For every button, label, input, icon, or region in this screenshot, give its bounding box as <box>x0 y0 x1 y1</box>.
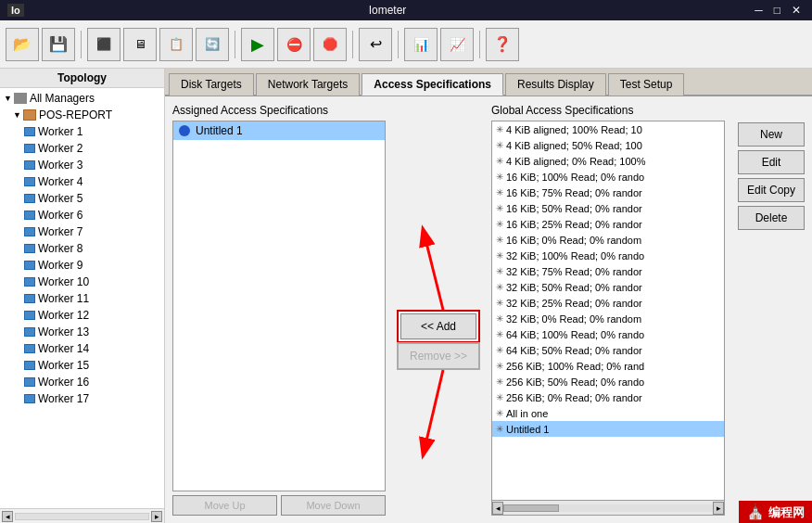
tab-results-display[interactable]: Results Display <box>505 73 606 96</box>
topology-header: Topology <box>0 69 164 88</box>
save-button[interactable]: 💾 <box>42 28 75 61</box>
display2-button[interactable]: 📈 <box>440 28 474 61</box>
global-scroll-right[interactable]: ▸ <box>713 502 724 515</box>
global-item-4[interactable]: ✳ 16 KiB; 75% Read; 0% randor <box>492 185 724 200</box>
global-item-icon: ✳ <box>496 408 503 418</box>
add-button[interactable]: << Add <box>400 313 476 339</box>
config1-button[interactable]: ⬛ <box>87 28 121 61</box>
worker-icon <box>24 277 35 287</box>
stop-all-button[interactable]: 🛑 <box>313 28 347 61</box>
worker17-label: Worker 17 <box>38 392 89 405</box>
global-item-2[interactable]: ✳ 4 KiB aligned; 0% Read; 100% <box>492 153 724 169</box>
sidebar-item-worker1[interactable]: Worker 1 <box>0 123 164 140</box>
move-up-button[interactable]: Move Up <box>172 495 277 516</box>
global-item-13[interactable]: ✳ 64 KiB; 100% Read; 0% rando <box>492 326 724 342</box>
global-item-14[interactable]: ✳ 64 KiB; 50% Read; 0% randor <box>492 342 724 358</box>
global-item-10[interactable]: ✳ 32 KiB; 50% Read; 0% randor <box>492 279 724 295</box>
scroll-right-btn[interactable]: ▸ <box>151 511 162 522</box>
sidebar-item-worker6[interactable]: Worker 6 <box>0 207 164 223</box>
worker-icon <box>24 160 35 170</box>
scroll-left-btn[interactable]: ◂ <box>2 511 13 522</box>
global-item-9[interactable]: ✳ 32 KiB; 75% Read; 0% randor <box>492 263 724 279</box>
sidebar-item-worker13[interactable]: Worker 13 <box>0 324 164 340</box>
expand-icon-pos: ▼ <box>13 110 21 120</box>
assigned-header: Assigned Access Specifications <box>172 104 386 117</box>
new-button[interactable]: New <box>738 122 805 147</box>
global-item-17[interactable]: ✳ 256 KiB; 0% Read; 0% randor <box>492 389 724 405</box>
sidebar-item-worker14[interactable]: Worker 14 <box>0 340 164 357</box>
config3-button[interactable]: 📋 <box>159 28 193 61</box>
tab-access-specs[interactable]: Access Specifications <box>362 73 503 96</box>
tab-network-targets[interactable]: Network Targets <box>256 73 360 96</box>
minimize-button[interactable]: ─ <box>751 4 767 17</box>
delete-button[interactable]: Delete <box>738 206 805 230</box>
sidebar-item-worker15[interactable]: Worker 15 <box>0 357 164 374</box>
worker-icon <box>24 294 35 303</box>
sidebar-item-worker7[interactable]: Worker 7 <box>0 223 164 240</box>
edit-copy-button[interactable]: Edit Copy <box>738 178 805 202</box>
sidebar-item-worker9[interactable]: Worker 9 <box>0 257 164 274</box>
global-item-7[interactable]: ✳ 16 KiB; 0% Read; 0% random <box>492 232 724 248</box>
stop-button[interactable]: ⛔ <box>277 28 311 61</box>
global-scroll-thumb[interactable] <box>503 504 559 512</box>
global-item-15[interactable]: ✳ 256 KiB; 100% Read; 0% rand <box>492 358 724 374</box>
sidebar-item-all-managers[interactable]: ▼ All Managers <box>0 90 164 107</box>
topology-tree[interactable]: ▼ All Managers ▼ POS-REPORT Worker 1 Wor… <box>0 88 164 508</box>
config4-button[interactable]: 🔄 <box>196 28 229 61</box>
tabs-bar: Disk Targets Network Targets Access Spec… <box>165 69 812 96</box>
tab-disk-targets[interactable]: Disk Targets <box>169 73 254 96</box>
config2-button[interactable]: 🖥 <box>123 28 157 61</box>
global-item-12[interactable]: ✳ 32 KiB; 0% Read; 0% random <box>492 311 724 326</box>
global-item-untitled1[interactable]: ✳ Untitled 1 <box>492 421 724 437</box>
global-item-icon: ✳ <box>496 203 503 213</box>
global-item-6[interactable]: ✳ 16 KiB; 25% Read; 0% randor <box>492 216 724 232</box>
open-button[interactable]: 📂 <box>6 28 39 61</box>
sidebar-item-worker4[interactable]: Worker 4 <box>0 173 164 190</box>
sidebar-item-worker16[interactable]: Worker 16 <box>0 374 164 390</box>
display1-button[interactable]: 📊 <box>404 28 438 61</box>
global-item-18[interactable]: ✳ All in one <box>492 405 724 421</box>
global-list[interactable]: ✳ 4 KiB aligned; 100% Read; 10 ✳ 4 KiB a… <box>491 121 725 501</box>
assigned-list[interactable]: Untitled 1 <box>172 121 386 491</box>
move-down-button[interactable]: Move Down <box>281 495 386 516</box>
sidebar-scrollbar[interactable]: ◂ ▸ <box>0 508 164 523</box>
sidebar-item-worker2[interactable]: Worker 2 <box>0 140 164 157</box>
worker8-label: Worker 8 <box>38 242 82 255</box>
global-item-icon: ✳ <box>496 187 503 198</box>
close-button[interactable]: ✕ <box>788 4 805 17</box>
global-item-3[interactable]: ✳ 16 KiB; 100% Read; 0% rando <box>492 169 724 185</box>
global-item-icon: ✳ <box>496 172 503 182</box>
global-item-16[interactable]: ✳ 256 KiB; 50% Read; 0% rando <box>492 374 724 389</box>
maximize-button[interactable]: □ <box>770 4 784 17</box>
edit-button[interactable]: Edit <box>738 150 805 174</box>
global-item-icon: ✳ <box>496 376 503 387</box>
global-item-icon: ✳ <box>496 361 503 371</box>
reset-button[interactable]: ↩ <box>359 28 392 61</box>
sidebar-item-worker12[interactable]: Worker 12 <box>0 307 164 324</box>
tab-test-setup[interactable]: Test Setup <box>608 73 685 96</box>
assigned-item-untitled1[interactable]: Untitled 1 <box>173 121 385 140</box>
global-item-5[interactable]: ✳ 16 KiB; 50% Read; 0% randor <box>492 200 724 216</box>
global-item-1[interactable]: ✳ 4 KiB aligned; 50% Read; 100 <box>492 137 724 153</box>
global-item-0[interactable]: ✳ 4 KiB aligned; 100% Read; 10 <box>492 121 724 137</box>
sidebar-item-worker3[interactable]: Worker 3 <box>0 157 164 173</box>
start-button[interactable]: ▶ <box>241 28 274 61</box>
worker-icon <box>24 194 35 203</box>
global-scroll-left[interactable]: ◂ <box>492 502 503 515</box>
help-button[interactable]: ❓ <box>486 28 519 61</box>
global-list-scrollbar[interactable]: ◂ ▸ <box>491 501 725 516</box>
global-item-icon: ✳ <box>496 345 503 355</box>
global-item-8[interactable]: ✳ 32 KiB; 100% Read; 0% rando <box>492 248 724 263</box>
sidebar-item-worker8[interactable]: Worker 8 <box>0 240 164 257</box>
worker9-label: Worker 9 <box>38 259 82 272</box>
toolbar-sep-5 <box>479 31 480 58</box>
sidebar-item-worker11[interactable]: Worker 11 <box>0 290 164 307</box>
sidebar-item-worker5[interactable]: Worker 5 <box>0 190 164 207</box>
sidebar-item-pos-report[interactable]: ▼ POS-REPORT <box>0 107 164 123</box>
sidebar-item-worker10[interactable]: Worker 10 <box>0 274 164 290</box>
toolbar-sep-1 <box>81 31 82 58</box>
worker12-label: Worker 12 <box>38 309 89 322</box>
global-item-icon: ✳ <box>496 424 503 434</box>
sidebar-item-worker17[interactable]: Worker 17 <box>0 390 164 407</box>
global-item-11[interactable]: ✳ 32 KiB; 25% Read; 0% randor <box>492 295 724 311</box>
